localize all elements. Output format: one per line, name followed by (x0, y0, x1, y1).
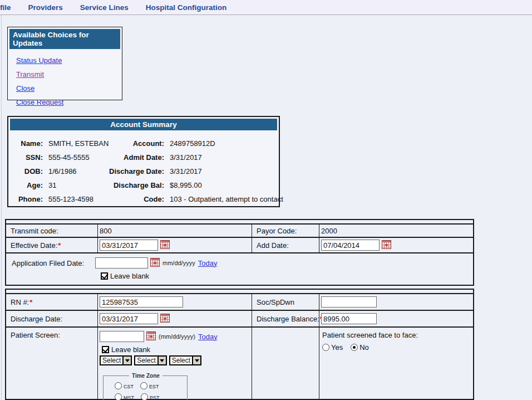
soc-spdwn-label: Soc/SpDwn (252, 294, 319, 310)
nav-item-file[interactable]: file (0, 3, 11, 12)
transmit-code-value: 800 (97, 225, 252, 237)
no-label: No (359, 343, 369, 352)
account-summary-rows: Name: SMITH, ESTEBAN Account: 2489758912… (8, 132, 279, 206)
discharge-date-value: 3/31/2017 (170, 167, 279, 175)
rn-number-input[interactable] (100, 296, 183, 308)
admit-date-value: 3/31/2017 (170, 153, 279, 162)
radio-cst[interactable] (115, 382, 122, 389)
code-label: Code: (98, 195, 164, 203)
summary-row-phone-code: Phone: 555-123-4598 Code: 103 - Outpatie… (12, 192, 279, 206)
today-link[interactable]: Today (198, 259, 218, 267)
payor-code-value: 2000 (319, 225, 473, 237)
ssn-value: 555-45-5555 (48, 153, 93, 162)
date-format-hint: mm/dd/yyyy (162, 260, 195, 266)
patient-screen-date-input[interactable] (100, 331, 144, 342)
link-transmit[interactable]: Transmit (16, 70, 122, 79)
age-value: 31 (48, 181, 93, 189)
radio-no[interactable] (351, 344, 358, 351)
summary-row-name-account: Name: SMITH, ESTEBAN Account: 2489758912… (12, 136, 279, 150)
required-marker: * (58, 241, 61, 250)
link-close-request[interactable]: Close Request (16, 98, 122, 106)
est-label: EST (149, 384, 159, 389)
nav-item-hospital-configuration[interactable]: Hospital Configuration (146, 3, 227, 12)
add-date-input[interactable] (321, 240, 380, 251)
nav-item-service-lines[interactable]: Service Lines (80, 3, 129, 12)
effective-date-input[interactable] (100, 240, 158, 251)
payor-code-label: Payor Code: (252, 225, 319, 237)
available-choices-links: Status Update Transmit Close Close Reque… (8, 51, 122, 106)
discharge-balance-input[interactable] (321, 313, 377, 324)
page-content: Available Choices for Updates Status Upd… (1, 15, 532, 400)
discharge-bal-label: Discharge Bal: (98, 181, 164, 189)
empty-cell (252, 328, 319, 400)
application-filed-date-input[interactable] (95, 257, 148, 269)
timezone-legend: Time Zone (129, 373, 162, 379)
leave-blank-checkbox[interactable] (102, 346, 109, 353)
leave-blank-checkbox[interactable] (101, 272, 108, 280)
add-date-label: Add Date: (252, 238, 319, 252)
application-filed-date-row: Application Filed Date: mm/dd/yyyy Today… (6, 252, 473, 285)
transmit-form-table: Transmit code: 800 Payor Code: 2000 Effe… (5, 219, 474, 286)
calendar-icon[interactable] (160, 314, 170, 324)
discharge-bal-value: $8,995.00 (170, 181, 279, 189)
discharge-balance-label: Discharge Balance:* (252, 311, 319, 326)
calendar-icon[interactable] (146, 331, 156, 342)
calendar-icon[interactable] (150, 258, 160, 269)
dob-value: 1/6/1986 (48, 167, 93, 175)
mst-label: MST (124, 395, 134, 400)
discharge-date-field-label: Discharge Date: (6, 311, 97, 326)
leave-blank-label: Leave blank (110, 272, 149, 280)
admit-date-label: Admit Date: (98, 153, 164, 162)
discharge-date-input[interactable] (100, 313, 158, 324)
pst-label: PST (150, 395, 160, 400)
timezone-fieldset: Time Zone CST EST MST PST (103, 373, 188, 400)
name-value: SMITH, ESTEBAN (48, 139, 93, 148)
effective-date-label: Effective Date:* (6, 238, 97, 252)
cst-label: CST (124, 384, 134, 389)
radio-est[interactable] (140, 382, 147, 389)
rn-number-label: RN #:* (6, 294, 97, 310)
chevron-down-icon (157, 357, 166, 364)
chevron-down-icon (122, 357, 131, 364)
available-choices-title: Available Choices for Updates (9, 29, 120, 49)
transmit-code-row: Transmit code: 800 Payor Code: 2000 (6, 223, 473, 237)
screen-select-2[interactable]: Select (134, 355, 166, 365)
today-link[interactable]: Today (198, 333, 218, 341)
radio-mst[interactable] (115, 393, 122, 400)
rn-row: RN #:* Soc/SpDwn (6, 293, 473, 310)
ssn-label: SSN: (12, 153, 43, 162)
age-label: Age: (12, 181, 43, 189)
nav-item-providers[interactable]: Providers (28, 3, 63, 12)
radio-pst[interactable] (141, 393, 148, 400)
soc-spdwn-input[interactable] (321, 296, 377, 308)
summary-row-age-discharge-bal: Age: 31 Discharge Bal: $8,995.00 (12, 178, 279, 192)
phone-label: Phone: (12, 195, 43, 203)
transmit-code-label: Transmit code: (6, 225, 97, 237)
name-label: Name: (12, 139, 43, 148)
calendar-icon[interactable] (382, 240, 391, 251)
screen-select-1[interactable]: Select (100, 355, 132, 365)
link-close[interactable]: Close (16, 84, 122, 92)
discharge-row: Discharge Date: Discharge Balance:* (6, 310, 473, 326)
code-value: 103 - Outpatient, attempt to contact (170, 195, 283, 203)
account-summary-title: Account Summary (10, 119, 277, 130)
summary-row-dob-discharge-date: DOB: 1/6/1986 Discharge Date: 3/31/2017 (12, 164, 279, 178)
phone-value: 555-123-4598 (48, 195, 93, 203)
dob-label: DOB: (12, 167, 43, 175)
account-summary-panel: Account Summary Name: SMITH, ESTEBAN Acc… (7, 116, 280, 207)
account-label: Account: (98, 139, 164, 148)
screen-select-3[interactable]: Select (169, 355, 201, 365)
chevron-down-icon (192, 357, 200, 364)
calendar-icon[interactable] (160, 240, 170, 251)
discharge-date-label: Discharge Date: (98, 167, 164, 175)
required-marker: * (29, 298, 32, 306)
yes-label: Yes (331, 343, 343, 352)
top-nav: file Providers Service Lines Hospital Co… (0, 0, 532, 15)
patient-screen-row: Patient Screen: (mm/dd/yyyy) Today Leave… (6, 326, 473, 400)
date-format-hint: (mm/dd/yyyy) (159, 333, 195, 340)
radio-yes[interactable] (322, 344, 329, 351)
summary-row-ssn-admit: SSN: 555-45-5555 Admit Date: 3/31/2017 (12, 150, 279, 164)
account-value: 2489758912D (170, 139, 279, 148)
patient-form-table: RN #:* Soc/SpDwn Discharge Date: Dischar… (5, 289, 474, 400)
link-status-update[interactable]: Status Update (16, 56, 122, 65)
